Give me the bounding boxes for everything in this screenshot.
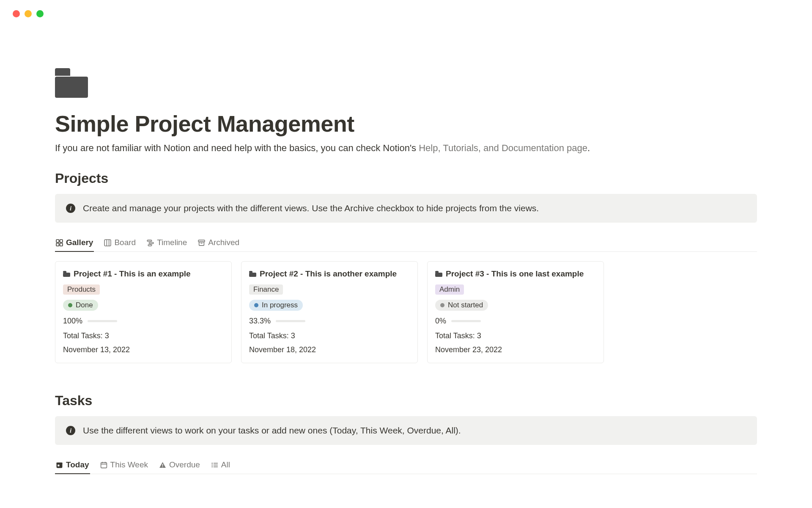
project-card[interactable]: Project #3 - This is one last example Ad… [427,261,604,363]
tasks-callout-text: Use the different views to work on your … [83,425,461,436]
projects-tabs: Gallery Board Timeline Archived [55,235,757,252]
svg-rect-14 [57,462,63,464]
calendar-week-icon [100,461,107,469]
projects-callout-text: Create and manage your projects with the… [83,203,539,213]
tab-archived[interactable]: Archived [197,235,240,251]
progress-percent: 0% [435,317,446,326]
subtitle-text-post: . [587,143,590,153]
category-chip: Admin [435,284,464,295]
svg-rect-20 [162,464,163,466]
window-controls [0,0,812,17]
tasks-heading: Tasks [55,393,757,409]
page-title[interactable]: Simple Project Management [55,110,757,137]
window-minimize-button[interactable] [25,10,32,17]
status-dot-icon [440,303,444,307]
archive-icon [198,239,205,246]
svg-rect-7 [147,240,152,241]
svg-rect-3 [60,243,63,246]
svg-rect-21 [162,466,163,467]
status-dot-icon [254,303,258,307]
projects-heading: Projects [55,171,757,186]
project-card[interactable]: Project #1 - This is an example Products… [55,261,232,363]
tab-gallery[interactable]: Gallery [55,235,94,251]
progress-bar [276,320,305,322]
total-tasks: Total Tasks: 3 [435,331,596,340]
svg-rect-15 [58,464,59,466]
total-tasks: Total Tasks: 3 [249,331,410,340]
tab-thisweek[interactable]: This Week [99,457,149,474]
progress-percent: 100% [63,317,82,326]
subtitle-text-pre: If you are not familiar with Notion and … [55,143,419,153]
info-icon: i [66,204,75,213]
project-date: November 18, 2022 [249,345,410,354]
svg-rect-8 [149,242,154,243]
svg-rect-11 [199,242,204,246]
svg-point-22 [211,462,213,464]
svg-rect-4 [105,240,111,246]
projects-gallery: Project #1 - This is an example Products… [55,261,757,363]
window-maximize-button[interactable] [36,10,44,17]
category-chip: Products [63,284,100,295]
svg-point-23 [211,464,213,466]
status-pill: Done [63,300,98,311]
project-card-title: Project #1 - This is an example [74,269,191,279]
page-subtitle: If you are not familiar with Notion and … [55,143,757,154]
tasks-tabs: Today This Week Overdue All [55,457,757,474]
page-icon-folder[interactable] [55,68,88,98]
tab-overdue-label: Overdue [169,460,200,469]
tab-board-label: Board [114,238,136,247]
project-date: November 13, 2022 [63,345,224,354]
svg-rect-2 [56,243,59,246]
folder-icon [63,271,70,277]
svg-rect-9 [148,244,152,246]
gallery-icon [56,239,63,246]
tab-today[interactable]: Today [55,457,90,474]
window-close-button[interactable] [13,10,20,17]
svg-rect-0 [56,240,59,242]
total-tasks: Total Tasks: 3 [63,331,224,340]
board-icon [104,239,111,246]
project-card-title: Project #3 - This is one last example [446,269,584,279]
tab-board[interactable]: Board [103,235,137,251]
folder-icon [435,271,442,277]
tab-all-label: All [221,460,230,469]
project-card[interactable]: Project #2 - This is another example Fin… [241,261,418,363]
tab-timeline[interactable]: Timeline [146,235,188,251]
svg-rect-1 [60,240,63,242]
status-pill-label: In progress [262,301,298,309]
tab-today-label: Today [66,460,89,469]
projects-callout: i Create and manage your projects with t… [55,194,757,223]
calendar-today-icon [56,461,63,469]
project-card-title: Project #2 - This is another example [260,269,397,279]
progress-bar [451,320,481,322]
svg-rect-16 [101,462,107,468]
status-pill: In progress [249,300,303,311]
folder-icon [249,271,256,277]
progress-bar [88,320,117,322]
tab-thisweek-label: This Week [110,460,148,469]
status-pill-label: Done [76,301,93,309]
help-docs-link[interactable]: Help, Tutorials, and Documentation page [419,143,587,153]
progress-percent: 33.3% [249,317,271,326]
status-pill-label: Not started [448,301,483,309]
tab-gallery-label: Gallery [66,238,93,247]
category-chip: Finance [249,284,283,295]
info-icon: i [66,426,75,435]
status-dot-icon [68,303,72,307]
svg-point-24 [211,466,213,467]
list-icon [211,461,218,469]
status-pill: Not started [435,300,488,311]
warning-icon [159,461,166,469]
tab-archived-label: Archived [208,238,239,247]
timeline-icon [147,239,154,246]
tab-all[interactable]: All [210,457,231,474]
project-date: November 23, 2022 [435,345,596,354]
tab-overdue[interactable]: Overdue [158,457,201,474]
page-root: Simple Project Management If you are not… [0,17,812,474]
tasks-callout: i Use the different views to work on you… [55,416,757,445]
tab-timeline-label: Timeline [157,238,187,247]
